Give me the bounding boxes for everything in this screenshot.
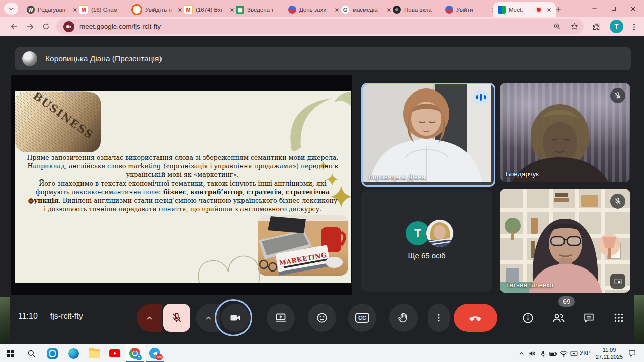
camera-in-use-icon[interactable] [63,21,74,32]
tray-date: 27.11.2025 [594,353,625,360]
file-explorer-icon[interactable] [85,344,105,362]
zoom-icon[interactable] [550,20,564,33]
language-indicator[interactable]: УКР [580,350,591,356]
reactions-button[interactable] [308,304,336,332]
browser-tab-strip: W Редагуван M (16) Спам Увійдіть н M (16… [0,0,644,17]
window-maximize-button[interactable] [607,3,621,15]
mic-muted-icon [610,88,625,103]
tray-wifi-icon[interactable] [559,349,568,358]
url-text[interactable]: meet.google.com/fjs-rcit-fty [79,23,161,30]
gmail-favicon: M [184,5,193,14]
overflow-participants-tile[interactable]: T Ще 65 осіб [361,190,492,292]
tab-recording-indicator [535,7,542,13]
shared-screen-area: BUSINESS Пряме запозичення означає викор… [11,75,352,295]
tray-volume-icon[interactable] [528,349,537,358]
start-button[interactable] [0,344,20,362]
tab-title: День захи [299,7,330,13]
windows-taskbar: T 65 УКР 11:09 27.11.2025 [0,344,644,362]
tab-massmedia[interactable]: G масмедіа [336,2,396,17]
tab-close-icon[interactable] [545,6,553,14]
browser-menu-icon[interactable] [628,20,640,33]
mic-mute-button[interactable] [163,304,190,332]
more-options-button[interactable] [428,304,450,332]
mic-muted-icon [610,194,625,209]
participant-name: Тетяна Біленко [506,281,553,289]
google-favicon: G [341,5,350,14]
tab-spam[interactable]: M (16) Спам [74,2,134,17]
tab-title: Увійдіть н [145,7,173,13]
extensions-icon[interactable] [590,20,603,33]
raise-hand-button[interactable] [389,304,418,332]
meeting-details-icon[interactable] [521,311,535,325]
forward-button[interactable] [23,20,37,33]
heart-decoration [186,248,277,283]
presenter-avatar [22,51,37,66]
chrome-icon[interactable]: T [125,344,145,362]
address-bar[interactable]: meet.google.com/fjs-rcit-fty [56,19,584,34]
cc-icon: CC [355,313,369,323]
tab-title: (1674) Вхі [196,7,225,13]
tab-editing[interactable]: W Редагуван [22,2,82,17]
slide-paragraph-2: Наприклад, англійське слово marketing («… [27,162,338,178]
tray-chevron-icon[interactable] [517,349,526,358]
window-minimize-button[interactable] [588,3,602,15]
clock-time: 11:10 [18,312,38,321]
audio-activity-indicator [473,89,489,105]
mic-options-chevron[interactable] [137,304,162,332]
taskbar-search-icon[interactable] [21,344,41,362]
participants-icon[interactable] [551,311,566,325]
participants-count-badge: 69 [558,296,575,307]
present-button[interactable] [267,304,295,332]
tab-search-chevron-button[interactable] [4,3,18,15]
tray-battery-icon[interactable] [549,349,557,358]
bookmark-star-icon[interactable] [568,20,581,33]
dark-favicon [393,6,401,14]
reload-button[interactable] [39,20,53,33]
tab-newtab-page[interactable]: Нова вкла [388,2,448,17]
slide-bold-term: стратегія [247,188,282,196]
telegram-icon[interactable]: 65 [145,344,165,362]
tab-signin[interactable]: Увійти [441,2,501,17]
back-button[interactable] [7,20,21,33]
profile-avatar[interactable]: T [610,20,623,33]
chat-icon[interactable] [582,311,596,325]
video-tile-bilenko[interactable]: Тетяна Біленко [500,189,630,293]
slide-bold-term: контриб’ютор [190,188,242,196]
tab-sheet[interactable]: ▦ Зведена т [231,2,291,17]
wallpaper-sliver-right [634,295,644,344]
tab-title: Meet: [509,7,532,13]
end-call-button[interactable] [454,304,497,332]
camera-button[interactable] [221,304,250,332]
tab-title: масмедіа [353,7,382,13]
presentation-slide: BUSINESS Пряме запозичення означає викор… [15,91,351,283]
edge-icon[interactable] [63,344,84,362]
shutter-favicon [131,4,142,15]
wallpaper-sliver-left [0,297,10,344]
participant-name: Бондарчук [506,170,539,178]
overflow-count-label: Ще 65 осіб [361,251,492,260]
tray-screencast-icon[interactable] [570,349,578,358]
tab-inbox[interactable]: M (1674) Вхі [179,2,239,17]
outlook-icon[interactable] [42,344,62,362]
screen: W Редагуван M (16) Спам Увійдіть н M (16… [0,0,644,362]
activities-grid-icon[interactable] [612,311,626,325]
tab-title: Нова вкла [404,7,434,13]
tab-meet-active[interactable]: Meet: [493,2,556,17]
new-tab-button[interactable] [552,3,565,15]
tab-day[interactable]: День захи [284,2,344,17]
tab-title: Редагуван [38,7,68,13]
presenter-banner: Коровицька Діана (Презентація) [15,47,631,70]
picture-in-picture-button[interactable] [610,274,625,289]
tray-microphone-icon[interactable] [539,349,547,358]
tray-clock[interactable]: 11:09 27.11.2025 [594,346,625,360]
window-close-button[interactable] [626,3,640,15]
tab-login[interactable]: Увійдіть н [127,2,187,17]
notification-center-icon[interactable] [628,349,636,357]
video-tile-korovytska[interactable]: Коровицька Діана [361,83,495,187]
telegram-badge: 65 [156,354,163,360]
video-tile-bondarchuk[interactable]: Бондарчук [500,83,630,182]
captions-button[interactable]: CC [348,304,376,332]
chrome-profile-badge: T [136,355,142,360]
youtube-icon[interactable] [105,344,125,362]
tab-title: (16) Спам [91,7,120,13]
